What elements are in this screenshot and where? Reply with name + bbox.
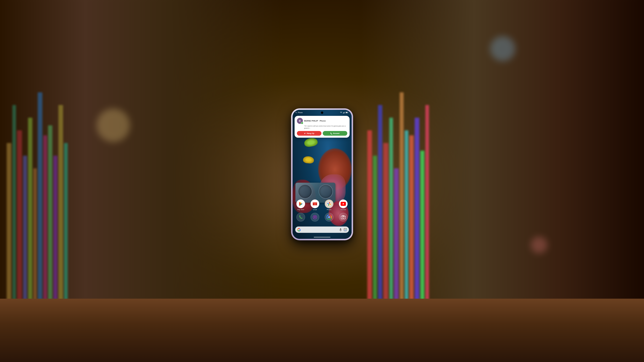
book-spine <box>389 118 393 308</box>
hangup-icon <box>304 132 306 134</box>
svg-rect-2 <box>344 112 344 113</box>
book-spine <box>425 105 429 308</box>
wifi-icon <box>340 112 342 113</box>
book-spine <box>17 130 22 308</box>
book-spine <box>28 118 32 308</box>
fish-yellow <box>303 156 314 164</box>
call-actions: Hang Up Answer <box>297 131 347 136</box>
svg-point-15 <box>342 217 344 218</box>
book-spine <box>367 130 372 308</box>
table-surface <box>0 299 644 362</box>
app-phone[interactable] <box>294 213 307 222</box>
svg-rect-0 <box>343 113 343 113</box>
camera-icon-wrapper <box>339 213 348 222</box>
book-spine <box>400 92 404 308</box>
books-left <box>0 54 74 308</box>
playstore-label: Play Store <box>297 209 304 211</box>
youtube-label: YouTube <box>340 209 346 211</box>
app-row-2 <box>294 213 350 222</box>
book-spine <box>383 143 388 308</box>
app-photos[interactable]: Photos <box>323 200 336 211</box>
book-spine <box>7 143 11 308</box>
gmail-icon-wrapper <box>310 200 319 208</box>
playstore-icon <box>298 201 303 206</box>
book-spine <box>420 151 424 308</box>
book-spine <box>58 105 63 308</box>
phone-screen: Phone <box>292 110 352 239</box>
playstore-icon-wrapper <box>296 200 305 208</box>
caller-initial: B <box>299 119 300 122</box>
svg-rect-6 <box>346 112 347 113</box>
status-app-name: Phone <box>295 112 303 113</box>
app-gmail[interactable]: Gmail <box>309 200 321 211</box>
phone: Phone <box>291 108 353 240</box>
search-bar[interactable] <box>295 227 349 233</box>
svg-point-13 <box>328 217 330 218</box>
messages-icon <box>312 215 317 220</box>
status-indicators <box>340 112 348 113</box>
photos-label: Photos <box>327 209 332 211</box>
phone-badge <box>301 122 303 124</box>
caller-source-sep: · <box>318 120 320 122</box>
bokeh-2 <box>490 36 515 61</box>
caller-info: BERNE PHILIP · Phone <box>304 120 347 122</box>
phone-body: Phone <box>291 108 353 240</box>
app-playstore[interactable]: Play Store <box>294 200 307 211</box>
book-spine <box>378 105 382 308</box>
answer-icon <box>330 132 332 134</box>
signal-icon <box>343 112 345 113</box>
caller-name: BERNE PHILIP · Phone <box>304 120 347 122</box>
messages-icon-wrapper <box>310 213 319 222</box>
phone-status-icon <box>295 112 297 113</box>
bokeh-1 <box>96 109 130 142</box>
book-spine <box>64 143 68 308</box>
svg-rect-18 <box>340 228 341 230</box>
photos-icon <box>326 201 332 207</box>
call-notification: B BERNE PHILIP · Phone <box>294 116 350 138</box>
book-spine <box>405 130 408 308</box>
book-spine <box>409 135 414 308</box>
gmail-icon <box>312 202 318 206</box>
mic-icon[interactable] <box>339 228 342 231</box>
lens-icon[interactable] <box>344 228 347 231</box>
battery-icon <box>346 112 348 113</box>
phone-badge-icon <box>302 122 303 124</box>
book-spine <box>23 156 27 308</box>
app-chrome[interactable] <box>323 213 336 222</box>
phone-icon-wrapper <box>296 213 305 222</box>
front-camera <box>321 111 323 114</box>
book-spine <box>394 168 399 308</box>
caller-source: Phone <box>320 120 326 122</box>
answer-button[interactable]: Answer <box>323 131 347 136</box>
svg-rect-5 <box>348 112 348 113</box>
chrome-icon <box>326 215 332 220</box>
svg-point-22 <box>345 230 346 231</box>
call-header: B BERNE PHILIP · Phone <box>297 118 347 124</box>
caller-avatar: B <box>297 118 303 124</box>
hang-up-button[interactable]: Hang Up <box>297 131 322 136</box>
youtube-icon-wrapper <box>339 200 348 208</box>
app-row-1: Play Store Gmail <box>294 200 350 211</box>
book-spine <box>48 125 52 308</box>
call-message: "Hi I want to sell you some insur-ance I… <box>297 125 347 129</box>
app-camera[interactable] <box>337 213 350 222</box>
book-spine <box>33 168 37 308</box>
book-spine <box>38 92 42 308</box>
home-indicator[interactable] <box>314 237 330 238</box>
youtube-icon <box>340 202 346 206</box>
app-messages[interactable] <box>309 213 321 222</box>
svg-rect-3 <box>344 112 345 113</box>
phone-app-icon <box>298 215 303 219</box>
book-spine <box>373 156 377 308</box>
book-spine <box>12 105 16 308</box>
google-logo <box>297 228 301 232</box>
bokeh-3 <box>531 237 548 253</box>
app-youtube[interactable]: YouTube <box>337 200 350 211</box>
books-right <box>360 54 436 308</box>
gmail-label: Gmail <box>313 209 317 211</box>
book-spine <box>53 156 58 308</box>
svg-rect-1 <box>344 112 344 113</box>
status-calling-app: Phone <box>298 112 303 113</box>
svg-point-17 <box>344 217 345 217</box>
book-spine <box>43 135 47 308</box>
